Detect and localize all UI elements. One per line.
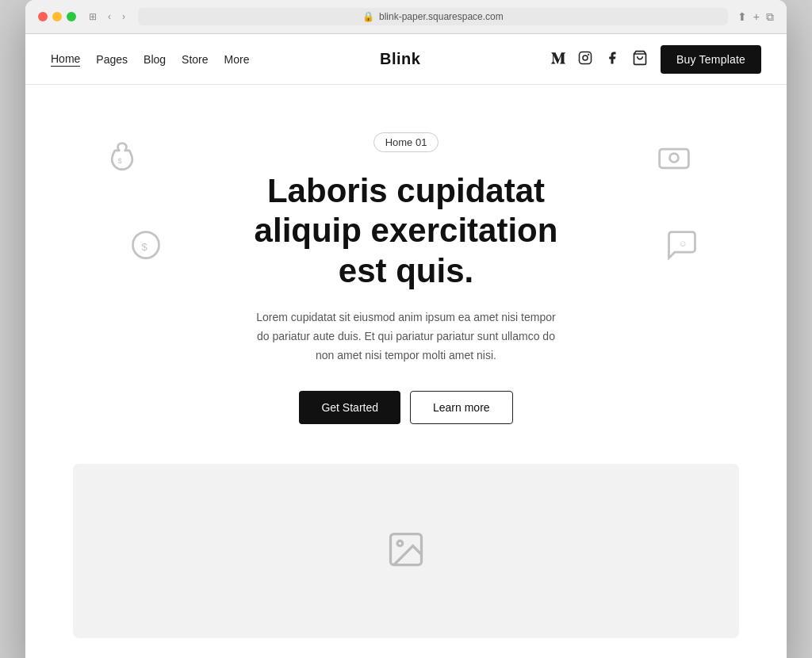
nav-right: Buy Template	[551, 45, 761, 74]
minimize-button[interactable]	[52, 12, 62, 21]
forward-icon[interactable]: ›	[119, 10, 128, 24]
facebook-icon[interactable]	[605, 51, 619, 68]
svg-point-9	[670, 154, 679, 163]
svg-text:☺: ☺	[678, 239, 687, 248]
share-icon[interactable]: ⬆	[737, 10, 747, 23]
nav-item-pages[interactable]: Pages	[96, 53, 128, 66]
nav-item-store[interactable]: Store	[182, 53, 208, 66]
svg-text:$: $	[118, 157, 122, 165]
payment-icon	[657, 140, 691, 178]
maximize-button[interactable]	[67, 12, 76, 21]
svg-point-14	[397, 541, 403, 546]
url-text: blink-paper.squarespace.com	[379, 11, 504, 22]
learn-more-button[interactable]: Learn more	[410, 391, 513, 424]
brand-name: Blink	[249, 50, 551, 68]
browser-chrome: ⊞ ‹ › 🔒 blink-paper.squarespace.com ⬆ + …	[25, 0, 787, 34]
svg-text:$: $	[142, 241, 147, 253]
hero-section: $ $ ☺ Home 01 Laboris cupidatat aliquip …	[25, 85, 787, 464]
browser-window: ⊞ ‹ › 🔒 blink-paper.squarespace.com ⬆ + …	[25, 0, 787, 658]
nav-item-home[interactable]: Home	[51, 52, 80, 67]
buy-template-button[interactable]: Buy Template	[661, 45, 761, 74]
lock-icon: 🔒	[362, 11, 374, 22]
nav-item-blog[interactable]: Blog	[144, 53, 166, 66]
svg-point-2	[588, 54, 589, 55]
instagram-icon[interactable]	[578, 51, 592, 68]
cart-icon[interactable]	[632, 50, 648, 69]
chat-dollar-icon: ☺	[665, 228, 699, 266]
sidebar-toggle-icon[interactable]: ⊞	[86, 10, 100, 24]
navbar: Home Pages Blog Store More Blink	[25, 34, 787, 85]
hero-buttons: Get Started Learn more	[299, 391, 512, 424]
coin-circle-icon: $	[128, 228, 163, 266]
address-bar[interactable]: 🔒 blink-paper.squarespace.com	[138, 8, 728, 25]
svg-rect-0	[580, 52, 592, 63]
nav-item-more[interactable]: More	[224, 53, 250, 66]
image-section	[73, 464, 739, 638]
tabs-icon[interactable]: ⧉	[766, 10, 774, 24]
browser-nav-controls: ⊞ ‹ ›	[86, 10, 128, 24]
nav-left: Home Pages Blog Store More	[51, 52, 249, 67]
browser-action-buttons: ⬆ + ⧉	[737, 10, 774, 24]
image-placeholder-icon	[385, 529, 427, 573]
page-content: Home Pages Blog Store More Blink	[25, 34, 787, 638]
svg-point-1	[583, 55, 588, 60]
back-icon[interactable]: ‹	[105, 10, 114, 24]
money-bag-icon: $	[105, 140, 140, 178]
hero-title: Laboris cupidatat aliquip exercitation e…	[232, 171, 580, 291]
traffic-lights	[38, 12, 76, 21]
new-tab-icon[interactable]: +	[753, 10, 760, 23]
hero-subtitle: Lorem cupidatat sit eiusmod anim ipsum e…	[255, 308, 557, 365]
close-button[interactable]	[38, 12, 48, 21]
medium-icon[interactable]	[551, 51, 565, 68]
get-started-button[interactable]: Get Started	[299, 391, 400, 424]
svg-rect-8	[660, 149, 689, 168]
hero-tag: Home 01	[373, 132, 439, 152]
